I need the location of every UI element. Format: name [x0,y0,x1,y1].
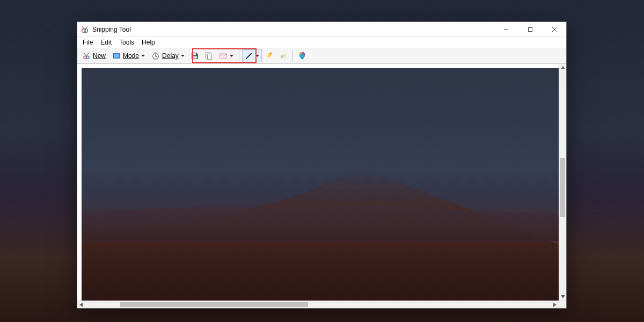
vertical-scroll-thumb[interactable] [560,158,565,217]
new-snip-button[interactable]: New [79,49,108,62]
toolbar: New Mode Delay [77,48,566,64]
copy-icon [204,52,213,60]
highlighter-icon [265,52,274,60]
clock-icon [151,52,160,60]
snipping-tool-window: Snipping Tool File Edit Tools Help [77,21,567,309]
svg-marker-36 [561,66,565,69]
svg-line-10 [84,53,86,56]
copy-button[interactable] [202,49,215,62]
snip-canvas[interactable] [82,68,560,308]
chevron-down-icon [141,55,145,57]
menu-edit[interactable]: Edit [97,38,115,47]
snip-viewport [77,64,566,308]
mode-label: Mode [123,52,139,60]
maximize-button[interactable] [518,22,542,37]
svg-line-11 [86,53,89,56]
svg-marker-14 [141,55,145,57]
captured-screenshot [82,68,560,308]
scroll-right-arrow-icon[interactable] [551,301,559,308]
eraser-icon [279,52,288,60]
mode-button[interactable]: Mode [109,49,148,62]
scrollbar-corner [559,301,566,308]
paint3d-icon [298,52,306,60]
chevron-down-icon [181,55,185,57]
vertical-scrollbar[interactable] [559,64,566,301]
delay-label: Delay [162,52,179,60]
svg-rect-23 [207,54,211,60]
floppy-icon [191,52,199,60]
pen-button[interactable] [242,49,262,62]
highlighter-button[interactable] [263,49,276,62]
menu-help[interactable]: Help [138,38,158,47]
svg-marker-37 [561,295,565,298]
svg-marker-34 [79,303,83,307]
mail-icon [219,52,228,60]
svg-rect-21 [193,56,197,58]
minimize-button[interactable] [494,22,518,37]
menubar: File Edit Tools Help [77,37,566,48]
svg-line-26 [246,54,251,58]
svg-marker-35 [553,303,557,307]
scroll-up-arrow-icon[interactable] [559,64,566,71]
paint3d-button[interactable] [296,49,309,62]
svg-marker-19 [181,55,185,57]
window-title: Snipping Tool [92,26,131,33]
svg-marker-25 [230,55,233,57]
delay-button[interactable]: Delay [149,49,187,62]
chevron-down-icon [255,55,259,57]
menu-tools[interactable]: Tools [116,38,137,47]
chevron-down-icon [230,55,233,57]
svg-rect-20 [193,53,196,55]
scissors-icon [82,52,91,60]
toolbar-separator [292,50,293,62]
mode-icon [112,52,121,60]
new-label: New [93,52,106,60]
titlebar: Snipping Tool [77,22,566,37]
svg-rect-13 [114,54,119,58]
app-icon [80,25,89,34]
save-button[interactable] [188,49,201,62]
svg-rect-5 [528,27,532,31]
eraser-button[interactable] [277,49,290,62]
horizontal-scrollbar[interactable] [77,301,559,308]
pen-icon [245,52,253,60]
scroll-left-arrow-icon[interactable] [77,301,85,308]
toolbar-separator [239,50,239,62]
horizontal-scroll-thumb[interactable] [120,302,308,307]
menu-file[interactable]: File [79,38,96,47]
scroll-down-arrow-icon[interactable] [559,293,566,301]
svg-marker-28 [255,55,259,57]
close-button[interactable] [542,22,566,37]
send-snip-button[interactable] [216,49,236,62]
